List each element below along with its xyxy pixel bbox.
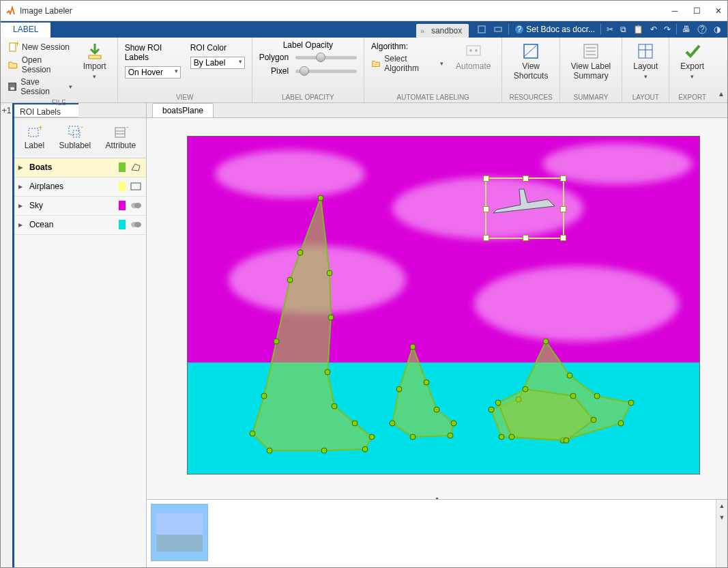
svg-point-51 xyxy=(328,315,334,320)
svg-point-13 xyxy=(475,49,478,52)
image-canvas[interactable] xyxy=(187,136,700,474)
sandbox-tab[interactable]: sandbox xyxy=(416,24,469,38)
open-session-button[interactable]: Open Session xyxy=(8,54,72,76)
undo-icon[interactable]: ↶ xyxy=(649,25,658,34)
new-session-button[interactable]: + New Session xyxy=(8,40,72,54)
thumb-scrollbar[interactable]: ▲ ▼ xyxy=(716,500,727,567)
shortcuts-icon xyxy=(521,42,540,61)
svg-text:+: + xyxy=(126,125,128,132)
label-boats[interactable]: ▸ Boats xyxy=(14,158,146,178)
export-button[interactable]: Export ▾ xyxy=(676,40,708,81)
svg-point-39 xyxy=(297,250,303,255)
svg-point-63 xyxy=(543,339,549,344)
label-ocean[interactable]: ▸ Ocean xyxy=(14,216,146,235)
import-button[interactable]: Import ▾ xyxy=(79,40,111,98)
ribbon: + New Session Open Session Save Session … xyxy=(1,38,727,103)
hover-select[interactable]: On Hover xyxy=(125,66,181,79)
label-airplanes[interactable]: ▸ Airplanes xyxy=(14,178,146,197)
airplane-rect-roi[interactable] xyxy=(485,178,564,239)
expand-icon[interactable]: ▸ xyxy=(18,201,25,210)
color-swatch xyxy=(119,162,126,172)
svg-point-40 xyxy=(287,277,293,283)
svg-point-56 xyxy=(390,421,395,426)
image-view[interactable] xyxy=(147,118,727,494)
minimize-button[interactable]: ─ xyxy=(670,6,680,16)
pixel-opacity-label: Pixel xyxy=(259,66,289,76)
main-tab-label[interactable]: LABEL xyxy=(1,21,50,38)
scroll-up-icon[interactable]: ▲ xyxy=(716,500,727,511)
help2-icon[interactable]: ? xyxy=(696,25,708,34)
chevron-down-icon: ▾ xyxy=(644,73,647,80)
help-icon[interactable]: ? Set Bdoc as docr... xyxy=(513,25,596,34)
svg-point-48 xyxy=(352,421,358,426)
svg-point-68 xyxy=(618,421,624,426)
svg-point-43 xyxy=(250,431,255,436)
boat-polygon-1[interactable] xyxy=(242,191,385,464)
new-label-button[interactable]: + Label xyxy=(20,124,48,152)
maximize-button[interactable]: ☐ xyxy=(692,6,701,16)
window-title: Image Labeler xyxy=(20,6,670,16)
pixel-icon xyxy=(130,201,142,210)
svg-point-58 xyxy=(448,433,453,438)
opacity-header: Label Opacity xyxy=(259,40,357,50)
new-attribute-button[interactable]: + Attribute xyxy=(102,124,141,152)
save-icon[interactable] xyxy=(476,25,488,34)
chevron-down-icon: ▾ xyxy=(690,73,694,80)
close-button[interactable]: ✕ xyxy=(714,6,723,16)
folder-icon xyxy=(371,58,381,69)
polygon-opacity-slider[interactable] xyxy=(295,56,357,59)
color-swatch xyxy=(119,201,126,210)
minimize-ribbon-icon[interactable]: ◑ xyxy=(712,25,722,34)
print2-icon[interactable]: 🖶 xyxy=(681,25,692,34)
svg-point-71 xyxy=(567,373,572,378)
copy-icon[interactable]: ⧉ xyxy=(619,25,628,34)
boat-polygon-2[interactable] xyxy=(385,341,467,444)
label-list: ▸ Boats ▸ Airplanes ▸ Sky ▸ Ocean xyxy=(14,158,146,235)
group-label: AUTOMATE LABELING xyxy=(371,92,495,101)
view-summary-button[interactable]: View Label Summary xyxy=(567,40,615,83)
image-tab[interactable]: boatsPlane xyxy=(152,103,214,117)
svg-point-34 xyxy=(134,203,141,208)
label-icon: + xyxy=(27,125,42,140)
automate-button[interactable]: Automate xyxy=(452,40,495,74)
boat-polygon-4[interactable] xyxy=(491,382,600,451)
svg-rect-0 xyxy=(478,26,485,33)
view-shortcuts-button[interactable]: View Shortcuts xyxy=(509,40,552,83)
svg-marker-37 xyxy=(252,198,372,451)
expand-icon[interactable]: ▸ xyxy=(18,162,25,172)
matlab-logo-icon xyxy=(5,5,16,16)
top-tab-row: LABEL sandbox ? Set Bdoc as docr... ✂ ⧉ … xyxy=(1,21,727,38)
svg-marker-53 xyxy=(392,347,454,437)
workspace: +1 ROI Labels + Label + Sublabel + Attri… xyxy=(1,103,727,567)
svg-point-55 xyxy=(396,386,402,392)
group-label: RESOURCES xyxy=(509,92,552,101)
svg-marker-31 xyxy=(132,164,140,171)
svg-text:?: ? xyxy=(517,25,522,34)
collapsed-panel[interactable]: +1 xyxy=(1,103,14,567)
select-algorithm-button[interactable]: Select Algorithm ▾ xyxy=(371,53,443,74)
scroll-down-icon[interactable]: ▼ xyxy=(716,511,727,523)
svg-point-46 xyxy=(362,446,368,452)
ribbon-group-export: Export ▾ EXPORT xyxy=(669,38,715,102)
group-label: LAYOUT xyxy=(629,92,662,101)
ribbon-group-layout: Layout ▾ LAYOUT xyxy=(622,38,669,102)
redo-icon[interactable]: ↷ xyxy=(663,25,672,34)
svg-rect-9 xyxy=(10,87,14,90)
expand-icon[interactable]: ▸ xyxy=(18,220,25,229)
layout-button[interactable]: Layout ▾ xyxy=(629,40,662,81)
new-sublabel-button[interactable]: + Sublabel xyxy=(55,124,95,152)
svg-rect-32 xyxy=(131,183,141,190)
titlebar: Image Labeler ─ ☐ ✕ xyxy=(1,1,727,21)
svg-rect-11 xyxy=(467,46,480,55)
thumbnail-1[interactable] xyxy=(151,504,208,561)
collapse-ribbon-icon[interactable]: ▴ xyxy=(719,89,723,98)
paste-icon[interactable]: 📋 xyxy=(632,25,645,34)
expand-icon[interactable]: ▸ xyxy=(18,182,25,191)
bylabel-select[interactable]: By Label xyxy=(190,57,245,69)
cut-icon[interactable]: ✂ xyxy=(605,25,615,34)
pixel-opacity-slider[interactable] xyxy=(295,70,357,73)
print-icon[interactable] xyxy=(492,25,504,34)
save-session-button[interactable]: Save Session ▾ xyxy=(8,76,72,98)
ribbon-group-view: Show ROI Labels On Hover ROI Color By La… xyxy=(118,38,252,102)
label-sky[interactable]: ▸ Sky xyxy=(14,197,146,216)
